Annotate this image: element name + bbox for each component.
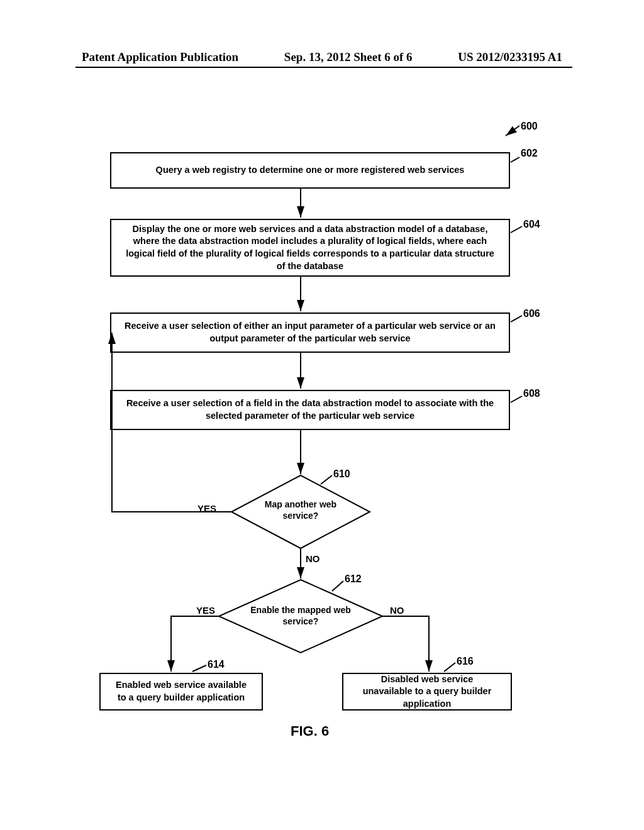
flow-lines xyxy=(0,0,644,830)
svg-line-7 xyxy=(192,665,206,672)
diamond-612-text: Enable the mapped web service? xyxy=(244,605,357,627)
page-container: Patent Application Publication Sep. 13, … xyxy=(0,0,644,830)
svg-line-8 xyxy=(444,663,455,672)
svg-line-3 xyxy=(511,316,522,322)
label-yes-610: YES xyxy=(197,503,216,514)
svg-line-5 xyxy=(321,475,332,484)
figure-caption: FIG. 6 xyxy=(291,723,329,739)
diamond-610-text: Map another web service? xyxy=(250,499,351,521)
label-no-610: NO xyxy=(306,553,320,564)
svg-line-1 xyxy=(511,157,519,162)
svg-line-6 xyxy=(332,581,343,591)
svg-line-2 xyxy=(511,226,522,233)
svg-line-0 xyxy=(506,126,519,136)
label-no-612: NO xyxy=(390,605,404,616)
label-yes-612: YES xyxy=(196,605,215,616)
diamond-610-label: Map another web service? xyxy=(265,499,336,521)
svg-line-4 xyxy=(511,396,522,402)
diamond-612-label: Enable the mapped web service? xyxy=(250,605,350,626)
